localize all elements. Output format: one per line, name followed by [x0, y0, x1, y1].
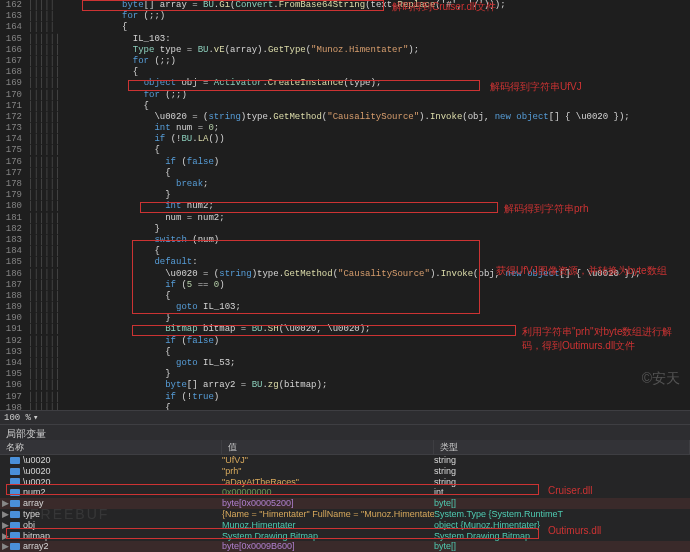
variable-icon: [10, 522, 20, 529]
code-line[interactable]: 198││││││ {: [0, 403, 690, 410]
variable-value: System.Drawing.Bitmap: [222, 531, 434, 542]
code-line[interactable]: 194││││││ goto IL_53;: [0, 358, 690, 369]
variable-type: byte[]: [434, 498, 690, 509]
variable-type: string: [434, 466, 690, 477]
expand-icon[interactable]: ▶: [0, 498, 10, 509]
variable-row[interactable]: ▶array2byte[0x0009B600]byte[]: [0, 541, 690, 552]
code-line[interactable]: 189││││││ goto IL_103;: [0, 302, 690, 313]
variable-type: System.Drawing.Bitmap: [434, 531, 690, 542]
zoom-bar: 100 % ▾: [0, 410, 690, 424]
code-line[interactable]: 164│││││ {: [0, 22, 690, 33]
variable-value: byte[0x00005200]: [222, 498, 434, 509]
code-line[interactable]: 187││││││ if (5 == 0): [0, 280, 690, 291]
code-line[interactable]: 178││││││ break;: [0, 179, 690, 190]
expand-icon[interactable]: ▶: [0, 520, 10, 531]
variable-row[interactable]: ▶bitmapSystem.Drawing.BitmapSystem.Drawi…: [0, 531, 690, 542]
variable-icon: [10, 478, 20, 485]
code-line[interactable]: 181││││││ num = num2;: [0, 213, 690, 224]
variable-value: "prh": [222, 466, 434, 477]
variable-icon: [10, 532, 20, 539]
variable-icon: [10, 468, 20, 475]
code-line[interactable]: 175││││││ {: [0, 145, 690, 156]
code-line[interactable]: 176││││││ if (false): [0, 157, 690, 168]
code-line[interactable]: 190││││││ }: [0, 313, 690, 324]
variable-type: int: [434, 487, 690, 498]
code-line[interactable]: 195││││││ }: [0, 369, 690, 380]
variable-type: object {Munoz.Himentater}: [434, 520, 690, 531]
variable-icon: [10, 457, 20, 464]
variable-value: "UfVJ": [222, 455, 434, 466]
variable-value: Munoz.Himentater: [222, 520, 434, 531]
code-line[interactable]: 188││││││ {: [0, 291, 690, 302]
code-line[interactable]: 191││││││ Bitmap bitmap = BU.SH(\u0020, …: [0, 324, 690, 335]
variable-name: array2: [23, 541, 49, 552]
code-line[interactable]: 182││││││ }: [0, 224, 690, 235]
code-line[interactable]: 163│││││ for (;;): [0, 11, 690, 22]
variable-row[interactable]: num20x00000000int: [0, 487, 690, 498]
code-line[interactable]: 167││││││ for (;;): [0, 56, 690, 67]
variable-icon: [10, 489, 20, 496]
code-line[interactable]: 168││││││ {: [0, 67, 690, 78]
col-header-name[interactable]: 名称: [0, 440, 222, 454]
variable-type: string: [434, 477, 690, 488]
code-line[interactable]: 165││││││ IL_103:: [0, 34, 690, 45]
variable-type: string: [434, 455, 690, 466]
variable-type: System.Type {System.RuntimeT: [434, 509, 690, 520]
code-editor[interactable]: 162│││││ byte[] array = BU.Gi(Convert.Fr…: [0, 0, 690, 410]
code-line[interactable]: 172││││││ \u0020 = (string)type.GetMetho…: [0, 112, 690, 123]
zoom-dropdown-icon[interactable]: ▾: [33, 412, 38, 423]
code-line[interactable]: 183││││││ switch (num): [0, 235, 690, 246]
locals-header: 名称 值 类型: [0, 440, 690, 455]
variable-row[interactable]: \u0020"UfVJ"string: [0, 455, 690, 466]
code-line[interactable]: 196││││││ byte[] array2 = BU.zg(bitmap);: [0, 380, 690, 391]
variable-value: byte[0x0009B600]: [222, 541, 434, 552]
variable-name: \u0020: [23, 466, 51, 477]
code-line[interactable]: 192││││││ if (false): [0, 336, 690, 347]
watermark-freebuf: FREEBUF: [30, 506, 109, 522]
expand-icon[interactable]: ▶: [0, 541, 10, 552]
code-line[interactable]: 174││││││ if (!BU.LA()): [0, 134, 690, 145]
variable-name: num2: [23, 487, 46, 498]
locals-panel-title: 局部变量: [0, 424, 690, 440]
variable-value: {Name = "Himentater" FullName = "Munoz.H…: [222, 509, 434, 520]
variable-row[interactable]: \u0020"aDayAtTheRaces"string: [0, 477, 690, 488]
variable-icon: [10, 511, 20, 518]
code-line[interactable]: 169││││││ object obj = Activator.CreateI…: [0, 78, 690, 89]
code-line[interactable]: 162│││││ byte[] array = BU.Gi(Convert.Fr…: [0, 0, 690, 11]
zoom-value: 100 %: [4, 413, 31, 423]
variable-type: byte[]: [434, 541, 690, 552]
variable-icon: [10, 543, 20, 550]
col-header-value[interactable]: 值: [222, 440, 434, 454]
code-line[interactable]: 177││││││ {: [0, 168, 690, 179]
code-line[interactable]: 197││││││ if (!true): [0, 392, 690, 403]
variable-value: "aDayAtTheRaces": [222, 477, 434, 488]
locals-panel[interactable]: 名称 值 类型 \u0020"UfVJ"string\u0020"prh"str…: [0, 440, 690, 552]
code-line[interactable]: 171││││││ {: [0, 101, 690, 112]
col-header-type[interactable]: 类型: [434, 440, 690, 454]
code-line[interactable]: 186││││││ \u0020 = (string)type.GetMetho…: [0, 269, 690, 280]
code-line[interactable]: 184││││││ {: [0, 246, 690, 257]
variable-name: \u0020: [23, 477, 51, 488]
expand-icon[interactable]: ▶: [0, 531, 10, 542]
variable-icon: [10, 500, 20, 507]
variable-name: bitmap: [23, 531, 50, 542]
code-line[interactable]: 193││││││ {: [0, 347, 690, 358]
watermark-antian: ©安天: [642, 370, 680, 388]
code-line[interactable]: 185││││││ default:: [0, 257, 690, 268]
code-line[interactable]: 180││││││ int num2;: [0, 201, 690, 212]
code-line[interactable]: 179││││││ }: [0, 190, 690, 201]
expand-icon[interactable]: ▶: [0, 509, 10, 520]
variable-value: 0x00000000: [222, 487, 434, 498]
variable-row[interactable]: \u0020"prh"string: [0, 466, 690, 477]
variable-name: \u0020: [23, 455, 51, 466]
code-line[interactable]: 170││││││ for (;;): [0, 90, 690, 101]
code-line[interactable]: 173││││││ int num = 0;: [0, 123, 690, 134]
code-line[interactable]: 166││││││ Type type = BU.vE(array).GetTy…: [0, 45, 690, 56]
